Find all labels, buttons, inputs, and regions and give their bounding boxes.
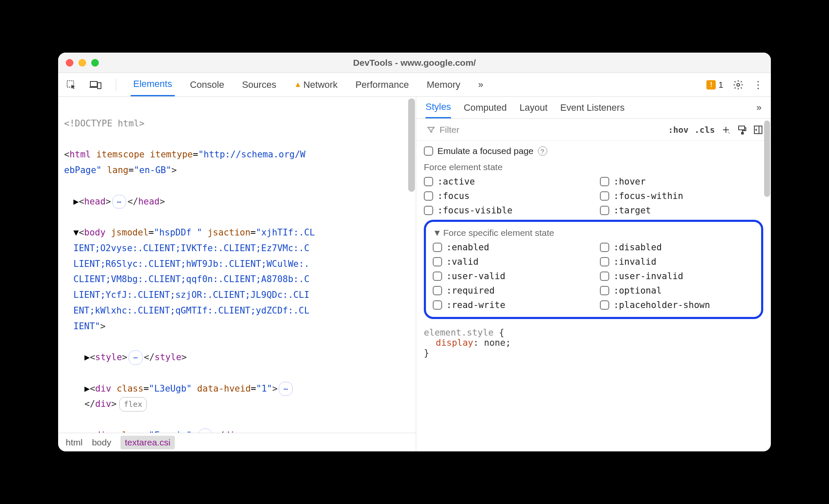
breadcrumb-item[interactable]: html: [66, 437, 83, 448]
emulate-focused-row[interactable]: Emulate a focused page ?: [424, 146, 763, 156]
css-rule-block[interactable]: element.style { display: none; }: [416, 328, 771, 358]
scrollbar[interactable]: [408, 98, 415, 413]
tab-elements[interactable]: Elements: [131, 73, 175, 96]
checkbox[interactable]: [433, 272, 442, 281]
svg-rect-5: [742, 132, 743, 134]
state-focus-within[interactable]: :focus-within: [600, 191, 763, 201]
state-required[interactable]: :required: [433, 286, 587, 296]
dom-tree[interactable]: <!DOCTYPE html> <html itemscope itemtype…: [58, 97, 416, 433]
state-user-valid[interactable]: :user-valid: [433, 271, 587, 281]
state-invalid[interactable]: :invalid: [600, 257, 754, 267]
state-focus[interactable]: :focus: [424, 191, 587, 201]
state-disabled[interactable]: :disabled: [600, 242, 754, 252]
dom-html-tag: html: [70, 149, 91, 160]
paint-icon[interactable]: [737, 125, 747, 135]
state-target[interactable]: :target: [600, 205, 763, 216]
css-prop[interactable]: display: [436, 338, 473, 348]
tab-network[interactable]: ▲ Network: [291, 73, 340, 96]
warning-icon: ▲: [294, 80, 302, 89]
state-focus-visible[interactable]: :focus-visible: [424, 205, 587, 216]
subtab-styles[interactable]: Styles: [426, 97, 451, 118]
subtab-computed[interactable]: Computed: [464, 97, 507, 118]
breadcrumb: html body textarea.csi: [58, 433, 416, 451]
tab-sources[interactable]: Sources: [239, 73, 279, 96]
issues-badge[interactable]: ! 1: [706, 80, 723, 90]
checkbox[interactable]: [600, 243, 609, 252]
dom-head[interactable]: head: [84, 196, 106, 207]
filter-bar: Filter :hov .cls: [416, 119, 771, 141]
filter-input[interactable]: Filter: [424, 123, 662, 137]
divider: [116, 78, 116, 91]
dom-panel: <!DOCTYPE html> <html itemscope itemtype…: [58, 97, 416, 451]
svg-rect-1: [90, 81, 97, 87]
checkbox[interactable]: [600, 177, 609, 186]
computed-panel-icon[interactable]: [753, 125, 763, 135]
force-state-title: Force element state: [424, 162, 763, 172]
svg-rect-4: [739, 126, 745, 130]
states-panel: Emulate a focused page ? Force element s…: [416, 141, 771, 322]
inspect-icon[interactable]: [66, 79, 77, 90]
state-optional[interactable]: :optional: [600, 286, 754, 296]
window-title: DevTools - www.google.com/: [58, 58, 771, 68]
state-placeholder-shown[interactable]: :placeholder-shown: [600, 300, 754, 310]
subtab-event-listeners[interactable]: Event Listeners: [560, 97, 625, 118]
cls-button[interactable]: .cls: [695, 125, 715, 135]
tab-performance[interactable]: Performance: [353, 73, 412, 96]
css-val[interactable]: none: [484, 338, 506, 348]
checkbox[interactable]: [600, 191, 609, 201]
force-specific-highlight: ▼Force specific element state :enabled :…: [424, 220, 763, 319]
styles-panel: Styles Computed Layout Event Listeners »…: [416, 97, 771, 451]
state-user-invalid[interactable]: :user-invalid: [600, 271, 754, 281]
emulate-label: Emulate a focused page: [437, 146, 534, 156]
device-toggle-icon[interactable]: [90, 80, 101, 90]
force-specific-title[interactable]: ▼Force specific element state: [433, 228, 754, 238]
devtools-window: DevTools - www.google.com/ Elements Cons…: [58, 53, 771, 451]
checkbox[interactable]: [433, 243, 442, 252]
subtab-layout[interactable]: Layout: [519, 97, 547, 118]
dom-style[interactable]: style: [95, 352, 122, 362]
devtools-body: <!DOCTYPE html> <html itemscope itemtype…: [58, 97, 771, 451]
checkbox[interactable]: [600, 206, 609, 215]
dom-doctype: <!DOCTYPE html>: [64, 118, 145, 129]
ellipsis-pill[interactable]: ⋯: [199, 428, 213, 433]
tab-memory[interactable]: Memory: [424, 73, 463, 96]
hov-button[interactable]: :hov: [668, 125, 689, 135]
subtabs-overflow[interactable]: »: [756, 97, 762, 118]
state-enabled[interactable]: :enabled: [433, 242, 587, 252]
tab-console[interactable]: Console: [188, 73, 227, 96]
more-icon[interactable]: ⋮: [753, 79, 763, 91]
help-icon[interactable]: ?: [538, 146, 547, 156]
checkbox[interactable]: [600, 300, 609, 310]
settings-icon[interactable]: [733, 79, 744, 90]
checkbox[interactable]: [433, 286, 442, 295]
ellipsis-pill[interactable]: ⋯: [129, 350, 143, 365]
dom-body[interactable]: body: [84, 227, 106, 238]
breadcrumb-item[interactable]: body: [92, 437, 112, 448]
issues-count: 1: [718, 80, 723, 90]
checkbox[interactable]: [600, 257, 609, 266]
new-rule-button[interactable]: [721, 125, 731, 135]
force-state-grid: :active :hover :focus :focus-within :foc…: [424, 176, 763, 216]
checkbox[interactable]: [424, 177, 433, 186]
checkbox[interactable]: [424, 206, 433, 215]
filter-icon: [427, 126, 435, 134]
flex-badge[interactable]: flex: [119, 397, 147, 412]
checkbox[interactable]: [600, 286, 609, 295]
state-active[interactable]: :active: [424, 176, 587, 187]
ellipsis-pill[interactable]: ⋯: [112, 195, 126, 209]
state-read-write[interactable]: :read-write: [433, 300, 587, 310]
checkbox[interactable]: [424, 146, 433, 156]
checkbox[interactable]: [433, 257, 442, 266]
breadcrumb-item-active[interactable]: textarea.csi: [120, 436, 174, 449]
checkbox[interactable]: [433, 300, 442, 310]
force-specific-grid: :enabled :disabled :valid :invalid :user…: [433, 242, 754, 310]
issues-icon: !: [706, 80, 716, 90]
tabs-overflow[interactable]: »: [476, 73, 486, 96]
css-selector: element.style: [424, 328, 493, 338]
filter-placeholder: Filter: [440, 125, 459, 135]
checkbox[interactable]: [424, 191, 433, 201]
checkbox[interactable]: [600, 272, 609, 281]
state-hover[interactable]: :hover: [600, 176, 763, 187]
state-valid[interactable]: :valid: [433, 257, 587, 267]
ellipsis-pill[interactable]: ⋯: [279, 382, 293, 396]
